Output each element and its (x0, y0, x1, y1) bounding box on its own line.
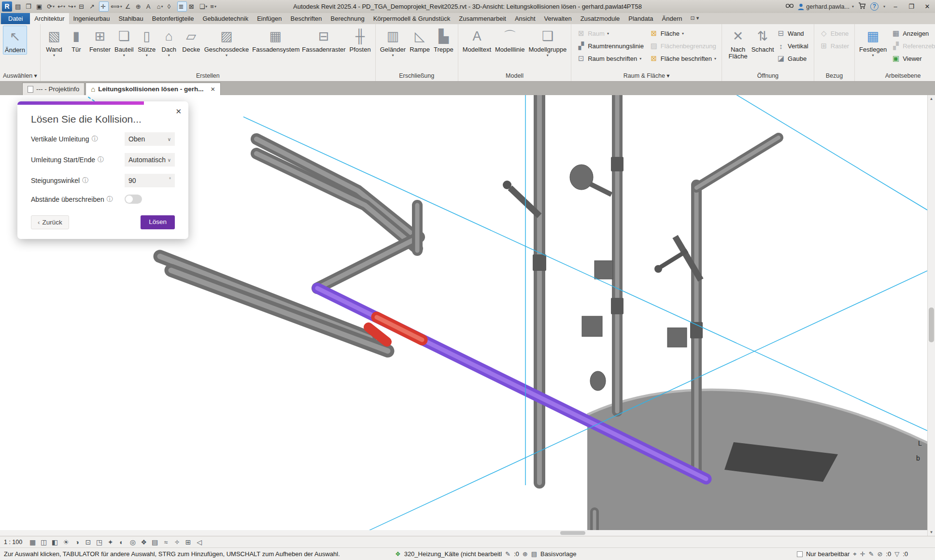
highlight-displacement-icon[interactable]: ✧ (172, 538, 182, 546)
button-fenster[interactable]: ⊞Fenster (88, 26, 112, 54)
button-festlegen[interactable]: ▦Festlegen▾ (858, 26, 888, 58)
section-icon[interactable]: ◊ (167, 1, 176, 12)
minimize-button[interactable]: – (890, 3, 901, 10)
dialog-close-icon[interactable]: ✕ (175, 107, 182, 116)
text-icon[interactable]: A (145, 1, 155, 12)
button-decke[interactable]: ▱Decke (181, 26, 202, 54)
revit-logo-icon[interactable]: R (2, 1, 12, 12)
button-gelander[interactable]: ▥Geländer▾ (379, 26, 407, 58)
home-icon[interactable]: ⌂▾ (156, 1, 166, 12)
button-referenzebene[interactable]: ▞Referenzebene (892, 41, 935, 51)
info-icon[interactable]: ⓘ (98, 155, 104, 164)
globe-icon[interactable]: ⊕ (523, 550, 528, 558)
vertical-scrollbar[interactable]: ▲ ▼ (927, 95, 935, 536)
select-toggle-icon[interactable]: ⌖ (853, 550, 856, 558)
collapse-icon[interactable]: ◁ (195, 538, 204, 546)
ribbon-tab-datei[interactable]: Datei (1, 13, 30, 24)
button-flachenbegrenzung[interactable]: ▨Flächenbegrenzung (650, 41, 716, 51)
ribbon-tab-andern[interactable]: Ändern (658, 13, 687, 24)
drag-elements-icon[interactable]: ✛ (860, 550, 865, 558)
close-button[interactable]: ✕ (921, 3, 933, 10)
active-workset[interactable]: 320_Heizung_Kälte (nicht bearbeitl (404, 550, 502, 558)
filter-icon[interactable]: ▽ (894, 550, 899, 558)
view-tab-projektinfo[interactable]: --- - Projektinfo (22, 83, 85, 95)
button-bauteil[interactable]: ❏Bauteil▾ (113, 26, 135, 58)
button-viewer[interactable]: ▣Viewer (892, 53, 935, 64)
ribbon-tab-architektur[interactable]: Architektur (30, 13, 69, 24)
print-icon[interactable]: ⊟ (78, 1, 87, 12)
redo-icon[interactable]: ↪▾ (67, 1, 77, 12)
button-fassadensystem[interactable]: ▦Fassadensystem (251, 26, 299, 54)
thin-lines-icon[interactable]: ≣ (177, 1, 187, 12)
button-rampe[interactable]: ◺Rampe (408, 26, 431, 54)
detail-level-icon[interactable]: ◫ (39, 538, 48, 546)
ribbon-tab-zusatzmodule[interactable]: Zusatzmodule (576, 13, 624, 24)
button-modelllinie[interactable]: ⌒Modelllinie (494, 26, 526, 54)
field-toggle-abstande-uberschreiben[interactable] (125, 195, 142, 204)
field-select-umleitung-start-ende[interactable]: Automatisch∨ (125, 153, 175, 167)
select-underlay-icon[interactable]: ✎ (869, 550, 874, 558)
help-dropdown-icon[interactable]: ▾ (883, 4, 885, 9)
button-wand[interactable]: ⊟Wand (777, 28, 808, 39)
editable-count-icon[interactable]: ✎ (505, 550, 510, 558)
button-andern[interactable]: ↖Ändern (3, 26, 27, 55)
button-fassadenraster[interactable]: ⊟Fassadenraster (300, 26, 347, 54)
ribbon-tab-ansicht[interactable]: Ansicht (510, 13, 540, 24)
button-schacht[interactable]: ⇅Schacht (752, 26, 773, 54)
pin-icon[interactable]: ✛ (99, 1, 109, 12)
open-icon[interactable]: ❐ (25, 1, 34, 12)
ribbon-tab-gebaudetechnik[interactable]: Gebäudetechnik (198, 13, 253, 24)
select-pinned-icon[interactable]: ⊘ (877, 550, 882, 558)
button-vertikal[interactable]: ↕Vertikal (777, 41, 808, 51)
file-menu-icon[interactable]: ▤ (14, 1, 24, 12)
user-menu[interactable]: gerhard.pawla... ▾ (798, 3, 854, 10)
ribbon-tab-plandata[interactable]: Plandata (624, 13, 657, 24)
button-raster[interactable]: ⊞Raster (820, 41, 849, 51)
panel-label-auswahlen[interactable]: Auswählen ▾ (0, 71, 40, 81)
button-treppe[interactable]: ▙Treppe (432, 26, 455, 54)
info-icon[interactable]: ⓘ (107, 195, 113, 204)
help-icon[interactable]: ? (870, 2, 878, 11)
show-crop-region-icon[interactable]: ◳ (95, 538, 104, 546)
button-raum[interactable]: ⊠Raum▾ (577, 28, 644, 39)
field-select-vertikale-umleitung[interactable]: Oben∨ (125, 132, 175, 146)
ribbon-tab-beschriften[interactable]: Beschriften (286, 13, 326, 24)
button-raum-beschriften[interactable]: ⊡Raum beschriften▾ (577, 53, 644, 64)
cart-icon[interactable] (858, 2, 866, 11)
solve-button[interactable]: Lösen (141, 215, 175, 229)
ribbon-tab-ingenieurbau[interactable]: Ingenieurbau (69, 13, 114, 24)
horizontal-scrollbar[interactable] (0, 530, 927, 536)
ribbon-tab-betonfertigteile[interactable]: Betonfertigteile (148, 13, 198, 24)
ribbon-collapse-icon[interactable]: ⊡ ▾ (687, 13, 703, 24)
reveal-constraints-icon[interactable]: ⊞ (184, 538, 193, 546)
ribbon-tab-einfugen[interactable]: Einfügen (253, 13, 286, 24)
button-nach-flache[interactable]: ✕Nach Fläche (725, 26, 751, 61)
design-options-icon[interactable]: ▤ (531, 550, 537, 558)
save-icon[interactable]: ▣ (35, 1, 45, 12)
active-design-option[interactable]: Basisvorlage (540, 550, 576, 558)
button-geschossdecke[interactable]: ▨Geschossdecke▾ (203, 26, 251, 58)
v-scroll-thumb[interactable] (929, 308, 934, 342)
view-scale-icon[interactable]: ▦ (28, 538, 37, 546)
undo-icon[interactable]: ↩▾ (57, 1, 66, 12)
button-gaube[interactable]: ◪Gaube (777, 53, 808, 64)
measure-icon[interactable]: ⟺▾ (110, 1, 123, 12)
button-modelltext[interactable]: AModelltext (461, 26, 493, 54)
worksharing-display-icon[interactable]: ❖ (139, 538, 148, 546)
ribbon-tab-verwalten[interactable]: Verwalten (540, 13, 576, 24)
button-dach[interactable]: ⌂Dach▾ (158, 26, 180, 58)
button-raumtrennungslinie[interactable]: ▞Raumtrennungslinie (577, 41, 644, 51)
button-pfosten[interactable]: ╫Pfosten (348, 26, 372, 54)
button-tur[interactable]: ▮Tür (66, 26, 87, 54)
close-inactive-views-icon[interactable]: ⊠ (188, 1, 198, 12)
scroll-down-icon[interactable]: ▼ (928, 529, 935, 536)
ribbon-tab-stahlbau[interactable]: Stahlbau (114, 13, 147, 24)
button-wand[interactable]: ▧Wand▾ (43, 26, 65, 58)
ribbon-tab-korpermodell-grundstuck[interactable]: Körpermodell & Grundstück (369, 13, 455, 24)
info-icon[interactable]: ⓘ (92, 135, 98, 143)
tag-icon[interactable]: ⊕ (135, 1, 144, 12)
dimension-icon[interactable]: ∠ (124, 1, 134, 12)
visual-style-icon[interactable]: ◧ (50, 538, 59, 546)
editable-only-checkbox[interactable] (797, 551, 803, 557)
crop-view-icon[interactable]: ⊡ (84, 538, 93, 546)
